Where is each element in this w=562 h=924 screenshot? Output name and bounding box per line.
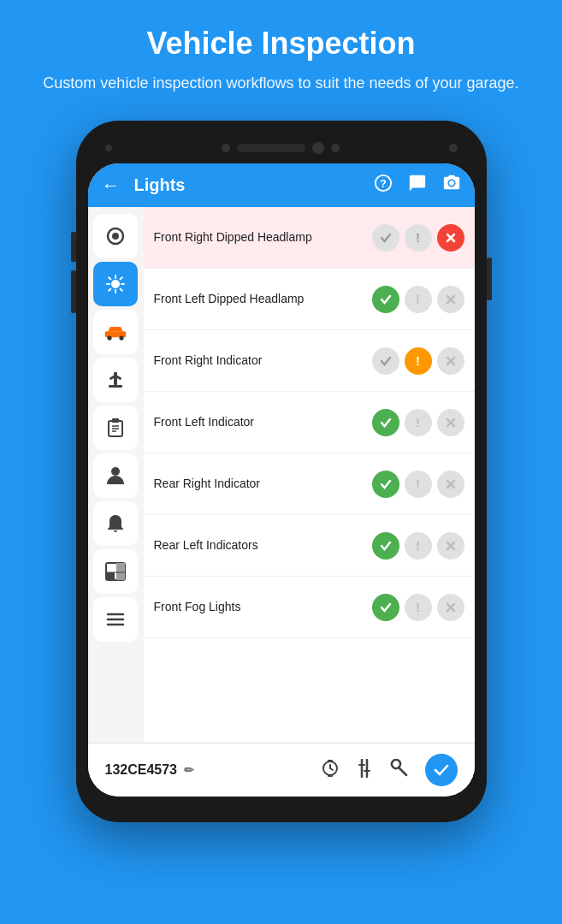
inspection-item-front-left-indicator: Front Left Indicator !	[144, 392, 475, 453]
sidebar-item-clipboard[interactable]	[93, 406, 138, 450]
app-bar-actions: ?	[374, 174, 461, 197]
svg-rect-27	[106, 572, 115, 580]
action-buttons-front-right-indicator: !	[372, 347, 464, 375]
svg-line-10	[121, 289, 122, 291]
cross-button-rear-left-indicators[interactable]	[437, 532, 464, 560]
check-button-front-fog-lights[interactable]	[372, 594, 399, 621]
warn-button-front-left-indicator[interactable]: !	[405, 409, 432, 436]
warn-button-front-right-indicator[interactable]: !	[405, 347, 432, 375]
front-camera-main	[312, 142, 324, 154]
svg-point-4	[111, 280, 120, 288]
item-name-rear-left-indicators: Rear Left Indicators	[154, 537, 372, 554]
svg-rect-16	[109, 385, 122, 388]
front-camera-left	[105, 145, 112, 151]
svg-line-9	[109, 277, 110, 279]
cross-button-rear-right-indicator[interactable]	[437, 471, 464, 498]
check-button-front-right-dipped[interactable]	[372, 224, 399, 252]
edit-vehicle-id-icon[interactable]: ✏	[184, 763, 194, 777]
svg-line-49	[330, 768, 333, 770]
back-button[interactable]: ←	[102, 175, 121, 197]
page-title: Vehicle Inspection	[34, 26, 528, 62]
sidebar-item-tire[interactable]	[93, 214, 138, 258]
sensor-3	[449, 144, 458, 152]
phone-notch	[88, 136, 475, 160]
page-subtitle: Custom vehicle inspection workflows to s…	[34, 72, 528, 95]
sidebar-item-person[interactable]	[93, 453, 138, 498]
cross-button-front-right-dipped[interactable]	[437, 224, 464, 252]
watch-icon[interactable]	[321, 759, 340, 782]
svg-point-3	[112, 233, 119, 240]
action-buttons-front-left-indicator: !	[372, 409, 464, 436]
inspection-item-front-fog-lights: Front Fog Lights !	[144, 577, 475, 638]
app-bar: ← Lights ?	[88, 163, 475, 207]
svg-rect-21	[112, 418, 119, 423]
camera-sensors	[449, 144, 458, 152]
svg-text:?: ?	[380, 177, 387, 190]
help-icon[interactable]: ?	[374, 174, 393, 197]
warn-button-rear-left-indicators[interactable]: !	[405, 532, 432, 560]
check-button-rear-right-indicator[interactable]	[372, 471, 399, 498]
inspection-item-rear-left-indicators: Rear Left Indicators !	[144, 515, 475, 577]
item-name-front-left-dipped: Front Left Dipped Headlamp	[154, 291, 372, 308]
camera-icon[interactable]	[442, 174, 461, 197]
phone-frame: ← Lights ?	[76, 121, 487, 822]
vehicle-id-text: 132CE4573	[105, 762, 178, 778]
volume-down-button[interactable]	[71, 270, 76, 313]
svg-line-11	[121, 277, 122, 279]
action-buttons-rear-right-indicator: !	[372, 471, 464, 498]
chat-icon[interactable]	[408, 174, 427, 197]
cross-button-front-right-indicator[interactable]	[437, 347, 464, 375]
inspection-list: Front Right Dipped Headlamp !	[144, 207, 475, 743]
item-name-rear-right-indicator: Rear Right Indicator	[154, 476, 372, 493]
sidebar	[88, 207, 144, 743]
warn-button-front-left-dipped[interactable]: !	[405, 286, 432, 313]
inspection-item-front-right-dipped: Front Right Dipped Headlamp !	[144, 207, 475, 269]
sidebar-item-bell[interactable]	[93, 501, 138, 546]
sidebar-item-lift[interactable]	[93, 358, 138, 402]
warn-button-front-fog-lights[interactable]: !	[405, 594, 432, 621]
svg-line-12	[109, 289, 110, 291]
volume-up-button[interactable]	[71, 232, 76, 262]
wrench-icon[interactable]	[389, 759, 408, 782]
check-button-front-left-indicator[interactable]	[372, 409, 399, 436]
cross-button-front-fog-lights[interactable]	[437, 594, 464, 621]
sensor-dot-2	[331, 144, 340, 152]
item-name-front-fog-lights: Front Fog Lights	[154, 599, 372, 616]
cross-button-front-left-dipped[interactable]	[437, 286, 464, 313]
warn-button-rear-right-indicator[interactable]: !	[405, 471, 432, 498]
check-button-rear-left-indicators[interactable]	[372, 532, 399, 560]
action-buttons-rear-left-indicators: !	[372, 532, 464, 560]
bottom-bar: 132CE4573 ✏	[88, 743, 475, 797]
svg-rect-51	[328, 774, 333, 777]
inspection-item-rear-right-indicator: Rear Right Indicator !	[144, 453, 475, 515]
check-button-front-left-dipped[interactable]	[372, 286, 399, 313]
svg-point-15	[119, 335, 123, 340]
action-buttons-front-left-dipped: !	[372, 286, 464, 313]
bottom-actions	[321, 754, 458, 786]
sidebar-item-list[interactable]	[93, 597, 138, 642]
phone-wrapper: ← Lights ?	[0, 121, 562, 822]
item-name-front-right-dipped: Front Right Dipped Headlamp	[154, 229, 372, 246]
svg-rect-50	[328, 760, 333, 762]
warn-button-front-right-dipped[interactable]: !	[405, 224, 432, 252]
speaker-grille	[237, 144, 305, 152]
vehicle-id-section: 132CE4573 ✏	[105, 762, 307, 778]
confirm-button[interactable]	[425, 754, 458, 786]
check-button-front-right-indicator[interactable]	[372, 347, 399, 375]
svg-point-25	[111, 467, 120, 476]
sidebar-item-car[interactable]	[93, 310, 138, 354]
header-section: Vehicle Inspection Custom vehicle inspec…	[0, 0, 562, 112]
tools-icon[interactable]	[357, 759, 372, 782]
item-name-front-left-indicator: Front Left Indicator	[154, 414, 372, 431]
sidebar-item-image[interactable]	[93, 549, 138, 594]
content-area: Front Right Dipped Headlamp !	[88, 207, 475, 743]
svg-rect-17	[114, 372, 117, 385]
svg-rect-28	[116, 563, 125, 580]
app-bar-title: Lights	[134, 175, 360, 195]
cross-button-front-left-indicator[interactable]	[437, 409, 464, 436]
svg-point-14	[107, 335, 111, 340]
action-buttons-front-fog-lights: !	[372, 594, 464, 621]
power-button[interactable]	[487, 258, 492, 300]
sidebar-item-lights[interactable]	[93, 262, 138, 306]
item-name-front-right-indicator: Front Right Indicator	[154, 352, 372, 370]
